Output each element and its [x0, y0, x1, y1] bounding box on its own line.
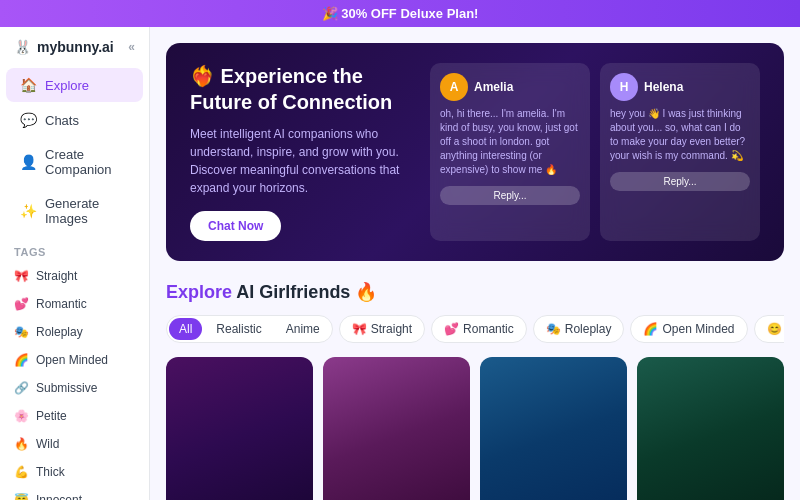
- sidebar-tag-thick[interactable]: 💪Thick: [0, 458, 149, 486]
- explore-rest: AI Girlfriends 🔥: [232, 282, 377, 302]
- hero-banner: ❤️‍🔥 Experience the Future of Connection…: [166, 43, 784, 261]
- tag-label-petite: Petite: [36, 409, 67, 423]
- tag-label-roleplay: Roleplay: [36, 325, 83, 339]
- tag-label-thick: Thick: [36, 465, 65, 479]
- tag-label-submissive: Submissive: [36, 381, 97, 395]
- char-img-evelyn: Evelyn: [166, 357, 313, 500]
- sidebar-tag-wild[interactable]: 🔥Wild: [0, 430, 149, 458]
- filter-tag-label-roleplay: Roleplay: [565, 322, 612, 336]
- nav-label-generate: Generate Images: [45, 196, 129, 226]
- hero-desc-line1: Meet intelligent AI companions who under…: [190, 127, 399, 159]
- hero-left: ❤️‍🔥 Experience the Future of Connection…: [190, 63, 414, 241]
- sidebar-nav-create[interactable]: 👤Create Companion: [6, 138, 143, 186]
- logo-text: mybunny.ai: [37, 39, 114, 55]
- filter-tag-straight[interactable]: 🎀Straight: [339, 315, 425, 343]
- logo: 🐰 mybunny.ai «: [0, 27, 149, 67]
- filter-tag-emoji-romantic: 💕: [444, 322, 459, 336]
- hero-card-amelia[interactable]: A Amelia oh, hi there... I'm amelia. I'm…: [430, 63, 590, 241]
- tag-emoji-thick: 💪: [14, 465, 29, 479]
- filter-tag-roleplay[interactable]: 🎭Roleplay: [533, 315, 625, 343]
- tag-emoji-roleplay: 🎭: [14, 325, 29, 339]
- main-content: ❤️‍🔥 Experience the Future of Connection…: [150, 27, 800, 500]
- character-grid: Evelyn Evelyn Evelyn is your open minded…: [166, 357, 784, 500]
- tag-emoji-submissive: 🔗: [14, 381, 29, 395]
- card-msg-amelia: oh, hi there... I'm amelia. I'm kind of …: [440, 107, 580, 177]
- filter-tag-emoji-straight: 🎀: [352, 322, 367, 336]
- sidebar-nav: 🏠Explore💬Chats👤Create Companion✨Generate…: [0, 67, 149, 236]
- tag-emoji-open-minded: 🌈: [14, 353, 29, 367]
- sidebar-tag-submissive[interactable]: 🔗Submissive: [0, 374, 149, 402]
- char-card-elizabeth[interactable]: Elizabeth Elizabeth Elizabeth is the com…: [323, 357, 470, 500]
- hero-desc-line2: Discover meaningful conversations that e…: [190, 163, 399, 195]
- tag-label-straight: Straight: [36, 269, 77, 283]
- tag-label-wild: Wild: [36, 437, 59, 451]
- filter-tag-emoji-submissive: 😊: [767, 322, 782, 336]
- tag-emoji-petite: 🌸: [14, 409, 29, 423]
- filter-tag-label-straight: Straight: [371, 322, 412, 336]
- nav-icon-create: 👤: [20, 154, 37, 170]
- nav-label-chats: Chats: [45, 113, 79, 128]
- type-filter-all[interactable]: All: [169, 318, 202, 340]
- tag-emoji-innocent: 😇: [14, 493, 29, 500]
- type-filter-anime[interactable]: Anime: [276, 318, 330, 340]
- sidebar-tags: 🎀Straight💕Romantic🎭Roleplay🌈Open Minded🔗…: [0, 262, 149, 500]
- type-filter-group: AllRealisticAnime: [166, 315, 333, 343]
- hero-cards: A Amelia oh, hi there... I'm amelia. I'm…: [430, 63, 760, 241]
- sidebar: 🐰 mybunny.ai « 🏠Explore💬Chats👤Create Com…: [0, 27, 150, 500]
- card-name-amelia: Amelia: [474, 80, 513, 94]
- sidebar-nav-explore[interactable]: 🏠Explore: [6, 68, 143, 102]
- explore-title: Explore AI Girlfriends 🔥: [166, 281, 784, 303]
- filter-tag-submissive[interactable]: 😊Submissive: [754, 315, 784, 343]
- char-card-kaylee[interactable]: Kaylee Kaylee Kaylee is your lively and …: [480, 357, 627, 500]
- tag-filters: 🎀Straight💕Romantic🎭Roleplay🌈Open Minded😊…: [339, 315, 784, 343]
- explore-highlight: Explore: [166, 282, 232, 302]
- sidebar-nav-chats[interactable]: 💬Chats: [6, 103, 143, 137]
- filter-tabs: AllRealisticAnime 🎀Straight💕Romantic🎭Rol…: [166, 315, 784, 343]
- filter-tag-label-romantic: Romantic: [463, 322, 514, 336]
- hero-title: ❤️‍🔥 Experience the Future of Connection: [190, 63, 414, 115]
- hero-card-helena[interactable]: H Helena hey you 👋 I was just thinking a…: [600, 63, 760, 241]
- tag-label-open-minded: Open Minded: [36, 353, 108, 367]
- nav-label-create: Create Companion: [45, 147, 129, 177]
- sidebar-tag-straight[interactable]: 🎀Straight: [0, 262, 149, 290]
- promo-banner: 🎉 30% OFF Deluxe Plan!: [0, 0, 800, 27]
- reply-btn-helena[interactable]: Reply...: [610, 172, 750, 191]
- tags-label: Tags: [0, 236, 149, 262]
- tag-emoji-wild: 🔥: [14, 437, 29, 451]
- promo-text: 🎉 30% OFF Deluxe Plan!: [322, 6, 479, 21]
- nav-icon-generate: ✨: [20, 203, 37, 219]
- tag-label-innocent: Innocent: [36, 493, 82, 500]
- sidebar-tag-romantic[interactable]: 💕Romantic: [0, 290, 149, 318]
- char-card-evelyn[interactable]: Evelyn Evelyn Evelyn is your open minded…: [166, 357, 313, 500]
- filter-tag-open-minded[interactable]: 🌈Open Minded: [630, 315, 747, 343]
- filter-tag-emoji-roleplay: 🎭: [546, 322, 561, 336]
- nav-icon-explore: 🏠: [20, 77, 37, 93]
- filter-tag-emoji-open-minded: 🌈: [643, 322, 658, 336]
- char-img-elizabeth: Elizabeth: [323, 357, 470, 500]
- card-avatar-helena: H: [610, 73, 638, 101]
- type-filter-realistic[interactable]: Realistic: [206, 318, 271, 340]
- tag-emoji-straight: 🎀: [14, 269, 29, 283]
- logo-icon: 🐰: [14, 39, 31, 55]
- card-msg-helena: hey you 👋 I was just thinking about you.…: [610, 107, 750, 163]
- sidebar-tag-petite[interactable]: 🌸Petite: [0, 402, 149, 430]
- card-avatar-amelia: A: [440, 73, 468, 101]
- char-img-kaylee: Kaylee: [480, 357, 627, 500]
- filter-tag-romantic[interactable]: 💕Romantic: [431, 315, 527, 343]
- tag-emoji-romantic: 💕: [14, 297, 29, 311]
- char-img-nina: Nina: [637, 357, 784, 500]
- chat-now-button[interactable]: Chat Now: [190, 211, 281, 241]
- nav-label-explore: Explore: [45, 78, 89, 93]
- hero-desc: Meet intelligent AI companions who under…: [190, 125, 414, 197]
- collapse-icon[interactable]: «: [128, 40, 135, 54]
- reply-btn-amelia[interactable]: Reply...: [440, 186, 580, 205]
- char-card-nina[interactable]: Nina Nina Your charming maid, Nina, is a…: [637, 357, 784, 500]
- card-name-helena: Helena: [644, 80, 683, 94]
- filter-tag-label-open-minded: Open Minded: [662, 322, 734, 336]
- sidebar-tag-roleplay[interactable]: 🎭Roleplay: [0, 318, 149, 346]
- tag-label-romantic: Romantic: [36, 297, 87, 311]
- sidebar-nav-generate[interactable]: ✨Generate Images: [6, 187, 143, 235]
- nav-icon-chats: 💬: [20, 112, 37, 128]
- sidebar-tag-innocent[interactable]: 😇Innocent: [0, 486, 149, 500]
- sidebar-tag-open-minded[interactable]: 🌈Open Minded: [0, 346, 149, 374]
